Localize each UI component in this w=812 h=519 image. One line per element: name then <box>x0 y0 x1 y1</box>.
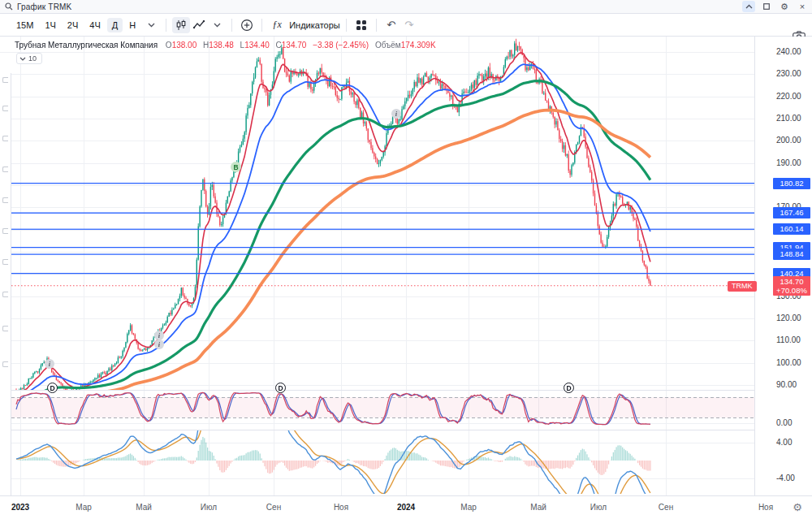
indicator-axis-label: 4.00 <box>776 438 792 447</box>
legend-high-value: 138.48 <box>209 41 234 50</box>
legend-open-label: O <box>166 41 172 50</box>
price-axis-border <box>754 37 755 519</box>
hidden-indicators-button[interactable]: 10 <box>16 53 42 64</box>
price-tick-label: 120.00 <box>776 314 801 322</box>
chart-toolbar: 15М1Ч2Ч4ЧДН ƒx Индикаторы ↶ ↷ <box>0 14 812 37</box>
level-price-label[interactable]: 148.84 <box>773 249 810 260</box>
event-marker-i-icon[interactable]: i <box>391 109 401 119</box>
time-axis-label: Сен <box>266 503 281 512</box>
symbol-legend: Трубная Металлургическая Компания O138.0… <box>15 41 436 50</box>
search-icon <box>5 2 13 11</box>
undo-icon[interactable]: ↶ <box>382 17 400 33</box>
price-tick-label: 100.00 <box>776 358 801 367</box>
settings-gear-icon[interactable]: ⚙ <box>778 1 791 12</box>
price-tick-label: 200.00 <box>776 136 801 145</box>
timeframe-group: 15М1Ч2Ч4ЧДН <box>11 18 142 32</box>
price-axis[interactable]: 240.00230.00220.00210.00200.00190.00180.… <box>755 37 812 495</box>
last-price-label: 134.70+70.08% <box>773 276 810 296</box>
time-axis-settings-gear-icon[interactable]: ⚙ <box>793 501 802 513</box>
hidden-indicators-count: 10 <box>28 54 37 63</box>
timeframe-button-4Ч[interactable]: 4Ч <box>84 18 105 32</box>
timeframe-button-15М[interactable]: 15М <box>11 18 38 32</box>
time-axis-label: Июл <box>201 503 217 512</box>
legend-close-label: C <box>276 41 282 50</box>
layout-grid-icon[interactable] <box>352 17 370 33</box>
legend-volume-value: 174.309K <box>401 41 436 50</box>
time-axis-label: Май <box>136 503 152 512</box>
legend-volume-label: Объём <box>375 41 401 50</box>
level-price-label[interactable]: 160.14 <box>773 223 810 235</box>
window-title: График TRMK <box>17 2 71 11</box>
event-marker-i-icon[interactable]: i <box>45 359 54 369</box>
event-marker-D-icon[interactable]: D <box>564 383 574 393</box>
time-axis[interactable]: ⚙ 2023МарМайИюлСенНоя2024МарМайИюлСенНоя <box>0 495 812 519</box>
event-marker-D-icon[interactable]: D <box>275 383 286 393</box>
time-axis-label: Май <box>530 503 546 512</box>
legend-symbol-name[interactable]: Трубная Металлургическая Компания <box>15 41 158 50</box>
time-axis-label: Мар <box>460 503 477 512</box>
fx-icon[interactable]: ƒx <box>268 17 286 33</box>
symbol-price-tag: TRMK <box>728 281 757 292</box>
legend-close-value: 134.70 <box>282 41 307 50</box>
maximize-icon[interactable] <box>760 1 773 12</box>
price-tick-label: 210.00 <box>776 114 801 123</box>
window-titlebar: График TRMK ⚙ × <box>0 0 812 14</box>
level-price-label[interactable]: 180.82 <box>773 178 810 189</box>
time-axis-label: Июл <box>590 503 607 512</box>
price-tick-label: 110.00 <box>776 335 801 344</box>
price-tick-label: 220.00 <box>776 92 801 101</box>
price-tick-label: 240.00 <box>776 47 801 56</box>
drawing-toolbar-cropped[interactable] <box>0 73 11 519</box>
time-axis-label: Ноя <box>758 503 773 512</box>
indicator-axis-label: 0.00 <box>776 418 792 427</box>
timeframe-button-1Ч[interactable]: 1Ч <box>40 18 60 32</box>
line-style-icon[interactable] <box>190 17 208 33</box>
timeframe-button-Д[interactable]: Д <box>107 18 123 32</box>
last-price-value: 134.70 <box>780 277 803 286</box>
chart-area: Трубная Металлургическая Компания O138.0… <box>0 37 812 495</box>
event-marker-D-icon[interactable]: D <box>47 383 58 393</box>
time-axis-label: Сен <box>659 503 673 512</box>
indicator-axis-label: -4.00 <box>776 474 795 482</box>
time-axis-label: 2023 <box>11 503 29 512</box>
price-tick-label: 190.00 <box>776 158 801 167</box>
timeframe-button-Н[interactable]: Н <box>124 18 140 32</box>
candlestick-style-icon[interactable] <box>172 17 190 33</box>
close-icon[interactable]: × <box>796 1 809 12</box>
time-axis-label: Ноя <box>334 503 348 512</box>
last-price-change-pct: +70.08% <box>776 286 807 295</box>
style-more-chevron-icon[interactable] <box>208 17 226 33</box>
level-price-label[interactable]: 167.46 <box>773 207 810 218</box>
indicators-button[interactable]: Индикаторы <box>289 20 340 30</box>
legend-low-value: 134.40 <box>244 41 270 50</box>
price-tick-label: 90.00 <box>776 380 797 389</box>
legend-change-value: −3.38 (−2.45%) <box>313 41 369 50</box>
event-marker-B-icon[interactable]: B <box>231 162 241 172</box>
event-marker-i-icon[interactable]: i <box>154 340 164 349</box>
price-tick-label: 230.00 <box>776 69 801 78</box>
collapse-panel-icon[interactable] <box>742 1 755 12</box>
compare-add-icon[interactable] <box>238 17 256 33</box>
chart-canvas[interactable] <box>0 37 812 495</box>
legend-open-value: 138.00 <box>172 41 197 50</box>
time-axis-label: Мар <box>76 503 92 512</box>
timeframe-button-2Ч[interactable]: 2Ч <box>63 18 83 32</box>
time-axis-label: 2024 <box>397 503 415 512</box>
redo-icon[interactable]: ↷ <box>400 17 418 33</box>
timeframe-more-chevron-icon[interactable] <box>142 17 160 33</box>
